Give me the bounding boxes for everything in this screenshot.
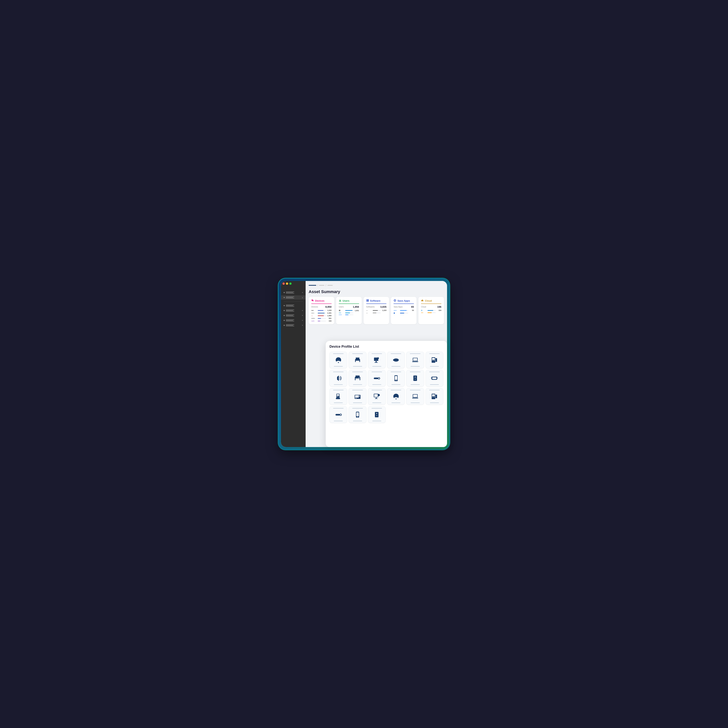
sidebar-lines: [286, 320, 294, 321]
sidebar-line: [286, 310, 294, 310]
list-item[interactable]: [349, 388, 366, 405]
list-item[interactable]: [368, 406, 385, 423]
list-item[interactable]: [329, 352, 347, 369]
printer-icon: [353, 355, 362, 365]
svg-rect-28: [433, 360, 434, 361]
mobile-phone2-icon: [353, 410, 362, 419]
multifunction-printer-icon: [353, 373, 362, 383]
svg-rect-25: [436, 358, 437, 362]
list-item[interactable]: [406, 370, 424, 387]
sidebar-item-settings[interactable]: ▾: [281, 314, 306, 318]
breadcrumb-separator: /: [326, 284, 326, 287]
zoom-sass-value: 53: [409, 309, 414, 311]
devices-card[interactable]: Devices Devices 8,950 ōrdr 1,220 cis: [309, 297, 334, 324]
svg-rect-5: [368, 299, 369, 300]
aws-bar: [428, 312, 436, 313]
device-name-bar: [392, 402, 401, 403]
device-label-bar: [333, 353, 344, 354]
ordr-logo: ōrdr: [311, 310, 317, 311]
device-label-bar: [352, 353, 363, 354]
list-item[interactable]: [368, 370, 385, 387]
list-item[interactable]: [349, 406, 366, 423]
users-card[interactable]: Users Users 1,858 ⊞ 1,831 okta: [336, 297, 362, 324]
speaker-box2-icon: [372, 410, 382, 419]
maximize-button[interactable]: [289, 283, 292, 285]
camera-bullet-icon: [391, 355, 401, 365]
list-item[interactable]: [329, 388, 347, 405]
sidebar-item-policies[interactable]: ▾: [281, 323, 306, 327]
sass-card[interactable]: Sass Apps Sass Apps 65 zoom 53 ◆: [391, 297, 416, 324]
sidebar-item-dashboard[interactable]: ▾: [281, 291, 306, 295]
sidebar-item-reports[interactable]: ▾: [281, 309, 306, 313]
list-item[interactable]: [387, 370, 405, 387]
software-card[interactable]: Software Softwares 3,835 — 1,220 —: [364, 297, 389, 324]
zoom-bar: [345, 315, 353, 315]
list-item[interactable]: [349, 352, 366, 369]
minimize-button[interactable]: [286, 283, 288, 285]
breadcrumb-home[interactable]: [309, 285, 316, 286]
pos-terminal-icon: [333, 392, 343, 401]
list-item[interactable]: [387, 388, 405, 405]
list-item[interactable]: [329, 370, 347, 387]
list-item[interactable]: [426, 370, 443, 387]
svg-rect-18: [375, 362, 378, 362]
list-item[interactable]: [329, 406, 347, 423]
rapid-logo: —: [311, 315, 317, 317]
device-name-bar: [430, 384, 439, 385]
breadcrumb-assets[interactable]: [319, 285, 324, 286]
devices-icon: [311, 299, 314, 302]
svg-rect-6: [367, 301, 367, 301]
svg-rect-12: [356, 358, 359, 359]
list-item[interactable]: [426, 388, 443, 405]
device-label-bar: [429, 353, 440, 354]
list-item: ōrdr 1,220: [311, 309, 332, 311]
sidebar-item-users[interactable]: ▾: [281, 318, 306, 323]
ordr-bar: [318, 310, 326, 311]
sidebar-line: [286, 321, 294, 321]
list-item[interactable]: [406, 352, 424, 369]
circuit-board-icon: [430, 373, 439, 383]
device-name-bar: [353, 366, 362, 367]
sidebar-lines: [286, 297, 294, 298]
device-profile-panel: Device Profile List: [326, 341, 447, 447]
card-header-users: Users: [339, 299, 359, 304]
svg-point-88: [376, 415, 377, 416]
sidebar-item-alerts[interactable]: [281, 304, 306, 308]
list-item[interactable]: [349, 370, 366, 387]
cloud-sub-items: A 104 aws: [421, 309, 441, 313]
monitor-stand-icon: [372, 392, 382, 401]
software-stat-value: 3,835: [380, 306, 387, 308]
sidebar: ▾ ▴: [281, 281, 306, 447]
device-label-bar: [410, 372, 421, 372]
aws-logo: aws: [421, 312, 427, 313]
svg-rect-62: [356, 398, 357, 398]
device-label-bar: [352, 408, 363, 408]
azure-bar: [428, 310, 436, 311]
close-button[interactable]: [283, 283, 285, 285]
speaker-cone-icon: [333, 373, 343, 383]
breadcrumb-current: [327, 285, 333, 286]
list-item[interactable]: [387, 352, 405, 369]
devices-stat-label: Devices: [311, 306, 318, 308]
svg-point-14: [359, 360, 360, 361]
sidebar-item-assets[interactable]: ▴: [281, 295, 306, 300]
page-title: Asset Summary: [309, 289, 444, 294]
list-item[interactable]: [426, 352, 443, 369]
svg-rect-69: [396, 399, 396, 399]
sidebar-dot: [284, 297, 285, 298]
svg-rect-50: [437, 377, 438, 378]
device-name-bar: [392, 384, 401, 385]
sidebar-line: [286, 306, 294, 307]
svg-rect-47: [433, 377, 436, 379]
svg-rect-26: [432, 358, 435, 360]
list-item[interactable]: [406, 388, 424, 405]
infoblox-logo: Infoblox: [311, 318, 317, 319]
device-name-bar: [353, 402, 362, 403]
svg-rect-39: [395, 376, 397, 380]
list-item[interactable]: [368, 388, 385, 405]
svg-rect-64: [374, 394, 378, 397]
cloud-card[interactable]: Cloud Cloud 196 A 104 aws: [418, 297, 444, 324]
sidebar-line: [286, 320, 294, 320]
list-item: zoom: [339, 314, 359, 315]
list-item[interactable]: [368, 352, 385, 369]
